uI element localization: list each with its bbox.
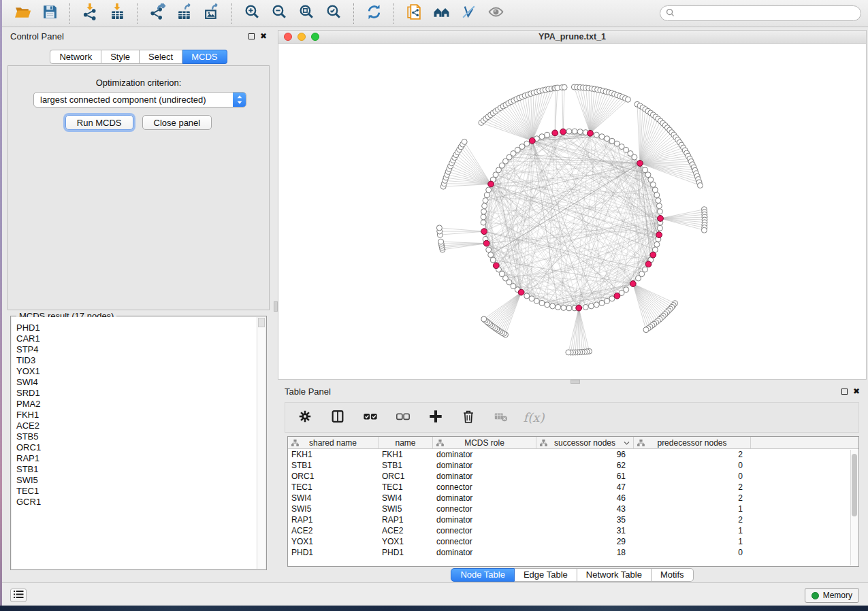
- export-network-button[interactable]: [147, 3, 167, 24]
- import-network-button[interactable]: [80, 3, 100, 24]
- zoom-selected-button[interactable]: [323, 3, 344, 24]
- tab-edge-table[interactable]: Edge Table: [515, 568, 577, 582]
- select-all-button[interactable]: [362, 410, 379, 426]
- table-row[interactable]: SWI5SWI5connector431: [288, 503, 858, 514]
- close-panel-icon[interactable]: ✖: [260, 32, 267, 40]
- plus-icon: [428, 409, 443, 427]
- table-row[interactable]: RAP1RAP1dominator352: [288, 514, 858, 525]
- control-panel-tabs: NetworkStyleSelectMCDS: [3, 50, 274, 64]
- result-node-item[interactable]: TEC1: [16, 486, 266, 497]
- add-row-button[interactable]: [428, 410, 444, 426]
- result-node-item[interactable]: STP4: [16, 344, 266, 355]
- float-panel-icon[interactable]: [248, 33, 255, 39]
- tab-select[interactable]: Select: [140, 50, 182, 64]
- list-icon: [14, 589, 24, 601]
- result-node-item[interactable]: YOX1: [16, 366, 266, 377]
- export-table-button[interactable]: [174, 3, 195, 24]
- optimization-criterion-select[interactable]: largest connected component (undirected): [33, 92, 246, 108]
- table-scrollbar[interactable]: [850, 450, 858, 565]
- run-mcds-button[interactable]: Run MCDS: [65, 115, 133, 130]
- column-header-name[interactable]: name: [379, 437, 433, 448]
- result-node-item[interactable]: ORC1: [16, 442, 266, 453]
- tab-network[interactable]: Network: [50, 50, 101, 64]
- mcds-result-list[interactable]: PHD1CAR1STP4TID3YOX1SWI4SRD1PMA2FKH1ACE2…: [12, 317, 266, 569]
- open-session-button[interactable]: [12, 3, 33, 24]
- result-node-item[interactable]: STB1: [16, 464, 266, 475]
- columns-icon: [330, 409, 345, 427]
- table-row[interactable]: PHD1PHD1dominator180: [288, 547, 858, 558]
- deselect-all-icon: [396, 409, 411, 427]
- table-cell: TEC1: [379, 482, 433, 493]
- table-row[interactable]: YOX1YOX1connector291: [288, 536, 858, 547]
- share-document-button[interactable]: [404, 3, 424, 24]
- table-cell: connector: [433, 525, 536, 536]
- export-image-button[interactable]: [202, 3, 222, 24]
- result-node-item[interactable]: RAP1: [16, 453, 266, 464]
- table-row[interactable]: ORC1ORC1dominator610: [288, 471, 858, 482]
- table-row[interactable]: TEC1TEC1connector472: [288, 482, 858, 493]
- table-cell: RAP1: [288, 514, 379, 525]
- result-node-item[interactable]: STB5: [16, 431, 266, 442]
- result-node-item[interactable]: GCR1: [16, 497, 266, 508]
- save-session-button[interactable]: [39, 3, 60, 24]
- result-node-item[interactable]: SWI4: [16, 377, 266, 388]
- close-panel-icon[interactable]: ✖: [853, 387, 860, 395]
- delete-table-button[interactable]: [493, 410, 509, 426]
- result-node-item[interactable]: FKH1: [16, 410, 266, 420]
- search-field[interactable]: [660, 5, 861, 21]
- control-panel: Control Panel ✖ NetworkStyleSelectMCDS O…: [3, 29, 274, 582]
- first-neighbors-button[interactable]: [431, 3, 451, 24]
- tab-style[interactable]: Style: [101, 50, 140, 64]
- table-cell: 46: [536, 493, 634, 503]
- result-scrollbar[interactable]: [257, 317, 266, 569]
- table-cell: dominator: [433, 514, 536, 525]
- zoom-fit-button[interactable]: [296, 3, 317, 24]
- float-panel-icon[interactable]: [841, 389, 848, 395]
- deselect-all-button[interactable]: [395, 410, 411, 426]
- table-cell: dominator: [433, 449, 536, 460]
- refresh-layout-button[interactable]: [364, 3, 384, 24]
- function-builder-button[interactable]: f(x): [526, 410, 542, 426]
- column-header-successor-nodes[interactable]: successor nodes: [536, 437, 634, 448]
- task-history-button[interactable]: [10, 589, 27, 602]
- hide-selected-button[interactable]: [458, 3, 479, 24]
- search-input[interactable]: [678, 9, 855, 18]
- tab-mcds[interactable]: MCDS: [182, 50, 227, 64]
- table-row[interactable]: SWI4SWI4dominator462: [288, 493, 858, 503]
- result-node-item[interactable]: CAR1: [16, 333, 266, 344]
- table-row[interactable]: FKH1FKH1dominator962: [288, 449, 858, 460]
- network-titlebar[interactable]: YPA_prune.txt_1: [278, 31, 866, 44]
- result-scrollbar-thumb[interactable]: [258, 318, 265, 327]
- delete-row-button[interactable]: [460, 410, 477, 426]
- table-cell: ORC1: [379, 471, 433, 482]
- close-panel-button[interactable]: Close panel: [142, 115, 212, 130]
- result-node-item[interactable]: TID3: [16, 355, 266, 366]
- table-scrollbar-thumb[interactable]: [852, 454, 857, 516]
- column-header-MCDS-role[interactable]: MCDS role: [433, 437, 536, 448]
- column-header-predecessor-nodes[interactable]: predecessor nodes: [634, 437, 751, 448]
- import-table-button[interactable]: [107, 3, 127, 24]
- zoom-in-button[interactable]: [242, 3, 262, 24]
- table-cell: 2: [634, 514, 751, 525]
- result-node-item[interactable]: SRD1: [16, 388, 266, 399]
- tab-motifs[interactable]: Motifs: [652, 568, 694, 582]
- network-graph[interactable]: [278, 44, 866, 379]
- result-node-item[interactable]: PMA2: [16, 399, 266, 410]
- column-layout-button[interactable]: [329, 410, 346, 426]
- table-row[interactable]: STB1STB1dominator620: [288, 460, 858, 471]
- show-graphics-details-button[interactable]: [485, 3, 506, 24]
- network-canvas[interactable]: [278, 44, 866, 379]
- result-node-item[interactable]: PHD1: [16, 323, 266, 333]
- tab-node-table[interactable]: Node Table: [451, 568, 515, 582]
- result-node-item[interactable]: SWI5: [16, 475, 266, 486]
- table-settings-button[interactable]: [297, 410, 313, 426]
- column-header-shared-name[interactable]: shared name: [288, 437, 379, 448]
- result-node-item[interactable]: ACE2: [16, 420, 266, 431]
- table-cell: connector: [433, 482, 536, 493]
- table-cell: 0: [634, 460, 751, 471]
- node-table: shared namenameMCDS rolesuccessor nodesp…: [287, 436, 859, 567]
- zoom-out-button[interactable]: [269, 3, 289, 24]
- memory-button[interactable]: Memory: [805, 588, 859, 603]
- table-row[interactable]: ACE2ACE2connector311: [288, 525, 858, 536]
- tab-network-table[interactable]: Network Table: [577, 568, 652, 582]
